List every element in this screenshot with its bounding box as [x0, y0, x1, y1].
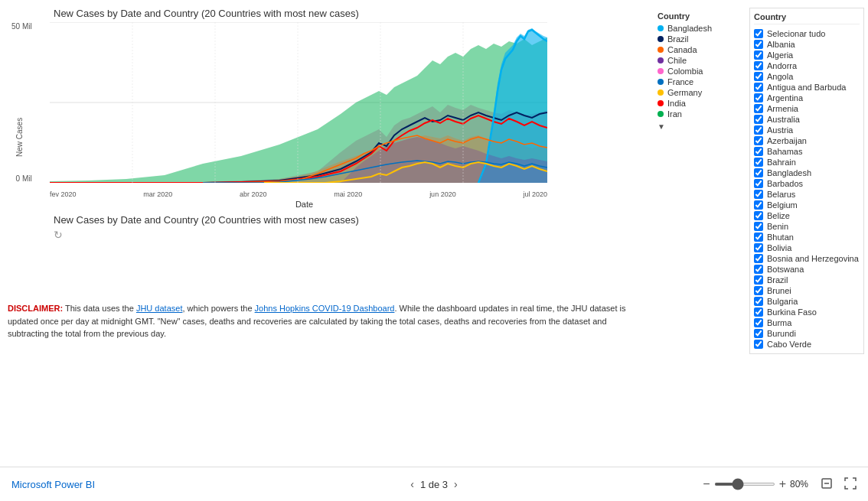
- filter-checkbox-antigua[interactable]: [754, 83, 763, 92]
- filter-checkbox-barbados[interactable]: [754, 179, 763, 188]
- filter-label-barbados: Barbados: [767, 179, 803, 188]
- filter-item-albania[interactable]: Albania: [754, 39, 860, 50]
- filter-checkbox-belgium[interactable]: [754, 200, 763, 210]
- zoom-controls: − + 80%: [703, 477, 857, 492]
- filter-item-algeria[interactable]: Algeria: [754, 50, 860, 60]
- filter-item-belize[interactable]: Belize: [754, 210, 860, 221]
- filter-item-bahamas[interactable]: Bahamas: [754, 146, 860, 157]
- fit-page-button[interactable]: [821, 477, 833, 492]
- disclaimer-label: DISCLAIMER:: [8, 304, 63, 313]
- filter-checkbox-botswana[interactable]: [754, 265, 763, 274]
- filter-item-benin[interactable]: Benin: [754, 221, 860, 232]
- filter-checkbox-brazil[interactable]: [754, 275, 763, 285]
- filter-checkbox-benin[interactable]: [754, 222, 763, 231]
- filter-item-andorra[interactable]: Andorra: [754, 60, 860, 71]
- filter-checkbox-burundi[interactable]: [754, 329, 763, 338]
- filter-checkbox-austria[interactable]: [754, 125, 763, 135]
- filter-item-barbados[interactable]: Barbados: [754, 178, 860, 189]
- filter-checkbox-burkina[interactable]: [754, 307, 763, 317]
- powerbi-link[interactable]: Microsoft Power BI: [11, 479, 95, 490]
- filter-label-belarus: Belarus: [767, 190, 795, 199]
- filter-label-burma: Burma: [767, 318, 791, 327]
- page-info: 1 de 3: [420, 479, 448, 490]
- filter-checkbox-caboverde[interactable]: [754, 340, 763, 349]
- filter-checkbox-bahamas[interactable]: [754, 147, 763, 156]
- filter-label-brazil: Brazil: [767, 275, 788, 285]
- filter-checkbox-bahrain[interactable]: [754, 158, 763, 167]
- fullscreen-button[interactable]: [844, 477, 857, 492]
- filter-checkbox-belize[interactable]: [754, 211, 763, 220]
- disclaimer-text2: , which powers the: [182, 304, 254, 313]
- filter-item-bhutan[interactable]: Bhutan: [754, 232, 860, 242]
- legend-dot-france: [658, 79, 664, 85]
- filter-item-bolivia[interactable]: Bolivia: [754, 242, 860, 253]
- filter-item-antigua[interactable]: Antigua and Barbuda: [754, 82, 860, 93]
- chart2-container: New Cases by Date and Country (20 Countr…: [8, 214, 559, 241]
- right-panel: Country Bangladesh Brazil Canada Chile: [654, 8, 868, 459]
- filter-item-burundi[interactable]: Burundi: [754, 328, 860, 339]
- legend-expand-btn[interactable]: ▼: [658, 121, 742, 132]
- filter-item-caboverde[interactable]: Cabo Verde: [754, 339, 860, 350]
- filter-checkbox-all[interactable]: [754, 29, 763, 38]
- legend-label-colombia: Colombia: [667, 67, 703, 76]
- zoom-slider[interactable]: [714, 483, 775, 486]
- legend-item-colombia: Colombia: [658, 67, 742, 76]
- filter-panel[interactable]: Country Selecionar tudo Albania Algeria …: [749, 8, 864, 354]
- prev-page-button[interactable]: ‹: [410, 478, 414, 490]
- zoom-out-button[interactable]: −: [703, 477, 710, 491]
- legend-label-bangladesh: Bangladesh: [667, 24, 712, 33]
- chart1-svg: [50, 22, 547, 183]
- filter-item-bulgaria[interactable]: Bulgaria: [754, 296, 860, 307]
- filter-label-botswana: Botswana: [767, 265, 804, 274]
- next-page-button[interactable]: ›: [454, 478, 458, 490]
- filter-label-bangladesh: Bangladesh: [767, 168, 811, 177]
- filter-checkbox-angola[interactable]: [754, 72, 763, 81]
- filter-item-belarus[interactable]: Belarus: [754, 189, 860, 200]
- filter-checkbox-algeria[interactable]: [754, 50, 763, 60]
- filter-item-botswana[interactable]: Botswana: [754, 264, 860, 275]
- filter-item-burkina[interactable]: Burkina Faso: [754, 307, 860, 317]
- filter-item-argentina[interactable]: Argentina: [754, 93, 860, 103]
- legend-item-bangladesh: Bangladesh: [658, 24, 742, 33]
- filter-item-bosnia[interactable]: Bosnia and Herzegovina: [754, 253, 860, 264]
- filter-label-albania: Albania: [767, 40, 795, 49]
- filter-item-austria[interactable]: Austria: [754, 125, 860, 135]
- legend-item-brazil: Brazil: [658, 34, 742, 44]
- filter-checkbox-bosnia[interactable]: [754, 254, 763, 263]
- zoom-in-button[interactable]: +: [779, 477, 786, 491]
- filter-checkbox-armenia[interactable]: [754, 104, 763, 113]
- y-tick-bottom: 0 Mil: [16, 174, 32, 183]
- filter-item-belgium[interactable]: Belgium: [754, 200, 860, 210]
- filter-checkbox-bolivia[interactable]: [754, 243, 763, 252]
- legend-label-iran: Iran: [667, 109, 682, 119]
- filter-item-burma[interactable]: Burma: [754, 317, 860, 328]
- filter-item-all[interactable]: Selecionar tudo: [754, 28, 860, 39]
- jhu-dashboard-link[interactable]: Johns Hopkins COVID-19 Dashboard: [255, 304, 395, 313]
- filter-item-armenia[interactable]: Armenia: [754, 103, 860, 114]
- filter-item-australia[interactable]: Australia: [754, 114, 860, 125]
- filter-checkbox-belarus[interactable]: [754, 190, 763, 199]
- filter-item-bangladesh[interactable]: Bangladesh: [754, 168, 860, 178]
- filter-checkbox-australia[interactable]: [754, 115, 763, 124]
- filter-checkbox-argentina[interactable]: [754, 93, 763, 102]
- x-label-6: jul 2020: [523, 190, 547, 198]
- filter-checkbox-andorra[interactable]: [754, 61, 763, 70]
- filter-item-angola[interactable]: Angola: [754, 71, 860, 82]
- filter-item-brunei[interactable]: Brunei: [754, 285, 860, 296]
- filter-checkbox-albania[interactable]: [754, 40, 763, 49]
- filter-checkbox-bangladesh[interactable]: [754, 168, 763, 177]
- filter-item-brazil[interactable]: Brazil: [754, 275, 860, 285]
- filter-item-azerbaijan[interactable]: Azerbaijan: [754, 135, 860, 146]
- filter-checkbox-azerbaijan[interactable]: [754, 136, 763, 145]
- filter-checkbox-bulgaria[interactable]: [754, 297, 763, 306]
- filter-label-brunei: Brunei: [767, 286, 791, 295]
- filter-checkbox-burma[interactable]: [754, 318, 763, 327]
- filter-label-bulgaria: Bulgaria: [767, 297, 798, 306]
- legend-label-germany: Germany: [667, 88, 702, 97]
- filter-label-bosnia: Bosnia and Herzegovina: [767, 254, 859, 263]
- filter-checkbox-brunei[interactable]: [754, 286, 763, 295]
- filter-checkbox-bhutan[interactable]: [754, 233, 763, 242]
- legend-item-chile: Chile: [658, 56, 742, 65]
- jhu-link[interactable]: JHU dataset: [136, 304, 183, 313]
- filter-item-bahrain[interactable]: Bahrain: [754, 157, 860, 168]
